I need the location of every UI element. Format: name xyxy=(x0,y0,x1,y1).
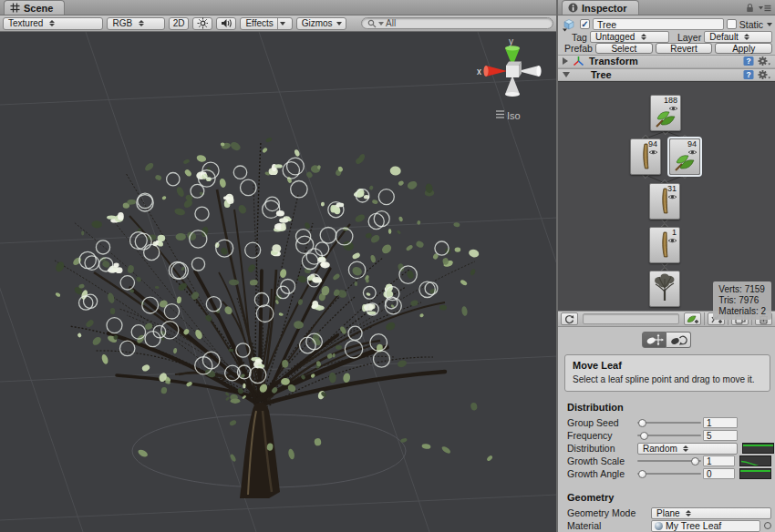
leaf-spline-point[interactable] xyxy=(378,189,394,205)
color-channel-dropdown[interactable]: RGB xyxy=(107,17,164,30)
help-book-icon[interactable]: ? xyxy=(743,69,754,80)
effects-dropdown[interactable]: Effects xyxy=(240,17,292,30)
leaf-spline-point[interactable] xyxy=(191,184,204,198)
leaf-spline-point[interactable] xyxy=(79,251,96,268)
gear-icon[interactable] xyxy=(758,56,770,66)
tag-value: Untagged xyxy=(595,32,635,42)
tree-node-branch-group[interactable]: 31 xyxy=(649,183,680,220)
leaf-spline-point[interactable] xyxy=(291,181,307,198)
toggle-2d-button[interactable]: 2D xyxy=(169,17,190,30)
audio-toggle-button[interactable] xyxy=(216,17,236,30)
scene-search-input[interactable]: All xyxy=(361,17,553,29)
geometry-mode-dropdown[interactable]: Plane xyxy=(651,507,771,519)
tab-inspector[interactable]: Inspector xyxy=(562,0,639,15)
effects-label: Effects xyxy=(245,18,273,28)
gizmo-axis-down[interactable] xyxy=(505,76,520,97)
leaf-spline-point[interactable] xyxy=(84,294,98,308)
tree-node-root[interactable] xyxy=(649,271,680,307)
tag-dropdown[interactable]: Untagged xyxy=(590,31,669,43)
scene-tabbar: Scene xyxy=(0,0,556,15)
leaf-spline-point[interactable] xyxy=(287,158,305,175)
prefab-apply-button[interactable]: Apply xyxy=(715,43,772,54)
gameobject-name-field[interactable]: Tree xyxy=(593,18,724,30)
tree-node-editor[interactable]: 188 94 xyxy=(558,81,775,311)
leaf-spline-point[interactable] xyxy=(96,240,109,254)
leaf-spline-point[interactable] xyxy=(131,325,145,339)
leaf-spline-point[interactable] xyxy=(302,253,318,270)
leaf-spline-point[interactable] xyxy=(195,207,209,220)
growth-scale-value[interactable]: 1 xyxy=(703,455,735,466)
leaf-spline-point[interactable] xyxy=(363,286,376,299)
scene-viewport[interactable]: y x xyxy=(0,32,556,532)
growth-angle-curve-field[interactable] xyxy=(739,468,771,479)
component-header-transform[interactable]: Transform ? xyxy=(558,55,775,68)
orientation-gizmo[interactable]: y x xyxy=(447,32,556,132)
node-count: 94 xyxy=(687,139,697,148)
tree-node-leaf-group-selected[interactable]: 94 xyxy=(669,138,700,175)
leaf-spline-point[interactable] xyxy=(120,276,134,290)
lock-icon[interactable] xyxy=(746,3,754,13)
material-object-field[interactable]: My Tree Leaf xyxy=(651,520,760,532)
context-menu-icon[interactable] xyxy=(759,4,771,13)
leaf-spline-point[interactable] xyxy=(107,318,122,333)
move-leaf-tool-button[interactable] xyxy=(642,332,666,348)
move-leaf-icon xyxy=(646,333,664,346)
rotate-leaf-tool-button[interactable] xyxy=(666,332,691,348)
help-book-icon[interactable]: ? xyxy=(743,56,754,66)
geometry-header: Geometry xyxy=(567,492,771,503)
group-seed-slider[interactable] xyxy=(637,418,701,427)
chevron-right-icon[interactable] xyxy=(563,57,568,65)
tab-scene[interactable]: Scene xyxy=(4,0,65,15)
prefab-select-button[interactable]: Select xyxy=(595,43,653,54)
tree-node-branch-group[interactable]: 94 xyxy=(630,138,661,175)
tree-node-branch-group[interactable]: 1 xyxy=(649,227,680,263)
svg-text:?: ? xyxy=(746,70,750,79)
projection-label: Iso xyxy=(507,110,521,121)
scene-panel: Scene Textured RGB 2D xyxy=(0,0,556,532)
static-dropdown-caret-icon[interactable] xyxy=(767,23,772,26)
layer-dropdown[interactable]: Default xyxy=(704,31,772,43)
component-header-tree[interactable]: Tree ? xyxy=(558,68,775,82)
gear-icon[interactable] xyxy=(758,69,770,80)
cube-icon[interactable] xyxy=(561,17,577,32)
leaf-spline-point[interactable] xyxy=(374,211,389,227)
leaf-spline-point[interactable] xyxy=(306,249,322,264)
active-checkbox[interactable]: ✓ xyxy=(580,19,590,29)
leaf-spline-point[interactable] xyxy=(191,258,204,271)
growth-scale-curve-field[interactable] xyxy=(739,455,771,466)
growth-angle-value[interactable]: 0 xyxy=(703,468,735,479)
leaf-spline-point[interactable] xyxy=(144,244,160,260)
static-checkbox[interactable] xyxy=(727,19,737,29)
growth-scale-slider[interactable] xyxy=(637,456,701,466)
frequency-slider[interactable] xyxy=(637,431,701,440)
leaf-spline-point[interactable] xyxy=(241,179,257,196)
growth-angle-slider[interactable] xyxy=(637,469,701,478)
group-seed-label: Group Seed xyxy=(567,417,636,428)
gizmos-dropdown[interactable]: Gizmos xyxy=(296,17,346,30)
frequency-value[interactable]: 5 xyxy=(703,430,738,441)
prefab-revert-button[interactable]: Revert xyxy=(656,43,713,54)
projection-toggle[interactable]: Iso xyxy=(496,110,521,121)
leaf-spline-point[interactable] xyxy=(164,304,179,319)
leaf-spline-point[interactable] xyxy=(233,166,246,179)
object-picker-icon[interactable] xyxy=(764,522,771,529)
gizmo-y-label: y xyxy=(509,36,513,46)
leaf-spline-point[interactable] xyxy=(120,341,135,355)
leaf-spline-point[interactable] xyxy=(283,162,299,179)
color-channel-value: RGB xyxy=(112,18,132,28)
gameobject-header: ✓ Tree Static xyxy=(558,15,775,31)
tree-node-leaf-group[interactable]: 188 xyxy=(650,95,681,131)
gizmo-cube[interactable] xyxy=(506,62,522,78)
leaf-spline-point[interactable] xyxy=(167,173,180,186)
distribution-curve-field[interactable] xyxy=(742,443,774,454)
distribution-dropdown[interactable]: Random xyxy=(637,443,738,455)
render-mode-dropdown[interactable]: Textured xyxy=(3,17,103,30)
chevron-down-icon[interactable] xyxy=(563,72,570,77)
leaf-spline-point[interactable] xyxy=(245,242,261,258)
stat-materials: Materials: 2 xyxy=(718,306,766,317)
gizmo-axis-x[interactable] xyxy=(483,66,507,77)
leaf-spline-point[interactable] xyxy=(145,332,160,347)
lighting-toggle-button[interactable] xyxy=(192,17,212,30)
group-seed-value[interactable]: 1 xyxy=(703,417,738,428)
leaf-spline-point[interactable] xyxy=(374,351,390,367)
